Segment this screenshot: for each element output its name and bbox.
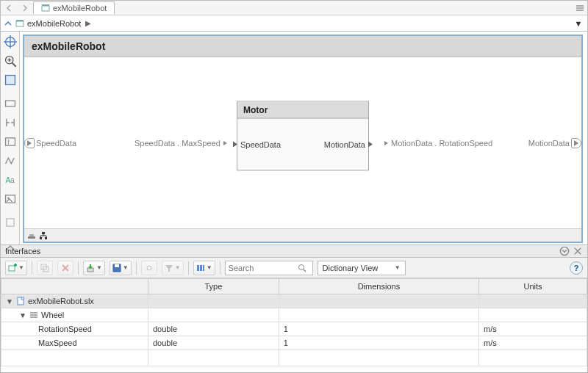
tool-signal-icon[interactable] [3,153,18,168]
port-badge-icon [571,138,581,148]
cell-units[interactable] [478,308,587,322]
svg-rect-25 [42,232,45,234]
col-dimensions[interactable]: Dimensions [279,279,478,294]
import-button[interactable]: ▼ [83,261,105,275]
block-input-port[interactable]: SpeedData [233,140,281,149]
panel-close-icon[interactable] [573,246,583,256]
chevron-down-icon: ▼ [395,264,401,271]
chevron-right-icon: ▶ [85,19,91,27]
canvas-body[interactable]: SpeedData MotionData SpeedData . MaxSpee… [24,57,581,228]
tool-image-icon[interactable] [3,192,18,206]
view-selector-label: Dictionary View [323,264,379,272]
cell-dim[interactable] [279,294,478,308]
separator [78,261,79,275]
chevron-down-icon: ▼ [207,264,212,271]
svg-rect-24 [29,234,34,236]
col-type[interactable]: Type [148,279,279,294]
window-menu-icon[interactable] [576,4,584,12]
cell-dim[interactable] [279,308,478,322]
cell-units[interactable]: m/s [478,336,587,350]
block-body: SpeedData MotionData [237,119,368,170]
row-label: exMobileRobot.slx [28,297,94,305]
table-row[interactable]: RotationSpeed double 1 m/s [1,322,587,336]
nav-back-icon[interactable] [4,2,15,14]
svg-rect-22 [6,219,13,226]
filter-button: ▼ [162,261,184,275]
footer-hierarchy-icon[interactable] [39,231,48,240]
input-port[interactable]: SpeedData [24,138,76,148]
tree-toggle-icon[interactable]: ▼ [6,297,13,305]
motor-block[interactable]: Motor SpeedData MotionData [237,101,369,171]
svg-rect-6 [16,20,24,21]
help-button[interactable]: ? [570,261,583,275]
cell-units[interactable]: m/s [478,322,587,336]
col-name[interactable] [1,279,148,294]
svg-rect-27 [45,237,47,239]
interfaces-panel-header: Interfaces [1,245,587,258]
interfaces-table: Type Dimensions Units ▼ exMobileRobot.sl… [1,278,587,366]
output-port[interactable]: MotionData [528,138,581,148]
add-interface-button[interactable]: ▼ [5,261,27,275]
save-button[interactable]: ▼ [110,261,132,275]
arrow-right-icon [384,141,388,145]
tool-bracket-icon[interactable] [3,115,18,130]
svg-rect-51 [18,297,24,305]
columns-button[interactable]: ▼ [193,261,215,275]
table-row[interactable]: ▼ Wheel [1,308,587,322]
cell-units[interactable] [478,294,587,308]
row-label: Wheel [41,311,64,319]
cell-type[interactable] [148,294,279,308]
svg-rect-4 [576,10,584,11]
svg-marker-45 [165,265,173,272]
up-level-icon[interactable] [4,19,12,28]
tool-fit-icon[interactable] [3,73,18,87]
breadcrumb-root[interactable]: exMobileRobot [27,19,81,28]
block-output-port[interactable]: MotionData [324,140,373,149]
block-title: Motor [237,102,368,119]
tree-toggle-icon[interactable]: ▼ [19,311,26,319]
file-tab[interactable]: exMobileRobot [33,1,115,14]
svg-rect-15 [5,101,15,106]
table-header-row: Type Dimensions Units [1,279,587,294]
panel-minimize-icon[interactable] [559,246,570,256]
search-input[interactable] [229,264,295,272]
breadcrumb-bar: exMobileRobot ▶ ▼ [1,15,587,32]
svg-rect-46 [197,265,199,271]
search-box[interactable] [225,261,313,275]
connector-text: MotionData . RotationSpeed [391,139,492,148]
footer-stack-icon[interactable] [27,231,36,240]
tool-reticle-icon[interactable] [3,35,18,49]
connector-in-label: SpeedData . MaxSpeed [135,139,227,148]
tool-text-icon[interactable]: Aa [3,173,18,187]
cell-dim[interactable]: 1 [279,322,478,336]
table-row[interactable]: MaxSpeed double 1 m/s [1,336,587,350]
cell-type[interactable]: double [148,336,279,350]
connector-out-label: MotionData . RotationSpeed [384,139,492,148]
svg-rect-35 [9,266,15,271]
panel-title: Interfaces [5,247,40,256]
cell-type[interactable]: double [148,322,279,336]
svg-rect-1 [42,4,49,6]
view-selector[interactable]: Dictionary View ▼ [318,261,406,275]
svg-rect-23 [28,236,35,239]
delete-button [57,261,74,275]
svg-rect-14 [5,76,15,85]
view-dropdown-icon[interactable]: ▼ [573,19,584,28]
table-row[interactable]: ▼ exMobileRobot.slx [1,294,587,308]
svg-rect-2 [576,5,584,7]
tool-zoom-icon[interactable] [3,54,18,68]
col-units[interactable]: Units [478,279,587,294]
row-label: RotationSpeed [38,325,92,333]
nav-forward-icon[interactable] [18,2,30,14]
duplicate-button [37,261,53,275]
tool-func-icon[interactable]: f [3,134,18,149]
separator [32,261,32,275]
cell-type[interactable] [148,308,279,322]
tool-rect-icon[interactable] [3,96,18,111]
tool-box-icon[interactable] [3,215,18,230]
connector-text: SpeedData . MaxSpeed [135,139,220,148]
svg-rect-44 [115,264,119,267]
model-icon [41,4,50,12]
cell-dim[interactable]: 1 [279,336,478,350]
chevron-down-icon: ▼ [175,264,181,271]
